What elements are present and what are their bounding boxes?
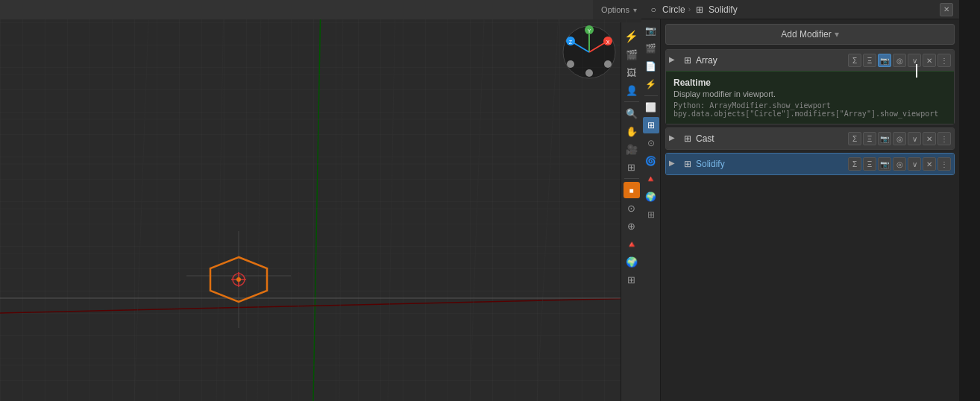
gizmo-svg: Y X Z [559, 22, 619, 82]
svg-text:X: X [606, 40, 610, 45]
svg-point-26 [236, 277, 241, 282]
array-tooltip: Realtime Display modifier in viewport. P… [666, 71, 954, 124]
cast-expand[interactable]: ▶ [669, 133, 679, 144]
array-expand[interactable]: ▶ [669, 55, 679, 66]
viewport-toolbar: ⚡ 🎬 🖼 👤 🔍 ✋ 🎥 ⊞ ■ ⊙ ⊕ 🔺 🌍 ⊞ [621, 22, 641, 401]
array-collapse-btn[interactable]: ∨ [908, 54, 921, 67]
array-icon: ⊞ [682, 54, 694, 66]
solidify-icon: ⊞ [682, 158, 694, 170]
prop-sidebar-render[interactable]: 📷 [643, 22, 659, 39]
viewport-tool-4[interactable]: 👤 [624, 82, 640, 98]
array-render-btn[interactable]: Σ [848, 54, 861, 67]
viewport-tool-14[interactable]: ⊞ [624, 271, 640, 288]
array-close-btn[interactable]: ✕ [923, 54, 936, 67]
cast-close-btn[interactable]: ✕ [923, 132, 936, 145]
modifier-array: ▶ ⊞ Array Σ Ξ 📷 ◎ ∨ ✕ ⋮ [665, 49, 955, 124]
options-button[interactable]: Options [597, 4, 633, 16]
solidify-render-btn[interactable]: Σ [848, 157, 861, 171]
cast-menu-btn[interactable]: ⋮ [937, 132, 951, 145]
prop-sidebar-view[interactable]: 📄 [643, 58, 659, 75]
viewport-tool-3[interactable]: 🖼 [624, 64, 640, 80]
toolbar-divider2 [624, 178, 639, 179]
cast-render-btn[interactable]: Σ [848, 132, 861, 145]
prop-sidebar-data[interactable]: 🌍 [643, 189, 659, 205]
modifier-solidify: ▶ ⊞ Solidify Σ Ξ 📷 ◎ ∨ ✕ ⋮ [665, 153, 955, 175]
solidify-collapse-btn[interactable]: ∨ [908, 157, 921, 171]
solidify-apply-btn[interactable]: ◎ [893, 157, 906, 171]
prop-sidebar-physics[interactable]: 🌀 [643, 153, 659, 169]
breadcrumb: ○ Circle › ⊞ Solidify [647, 4, 935, 16]
prop-sidebar-constraints[interactable]: 🔺 [643, 171, 659, 187]
prop-sidebar-material[interactable]: ⊞ [643, 206, 659, 223]
modifier-solidify-header: ▶ ⊞ Solidify Σ Ξ 📷 ◎ ∨ ✕ ⋮ [666, 154, 954, 174]
array-controls: Σ Ξ 📷 ◎ ∨ ✕ ⋮ [848, 54, 951, 67]
prop-sidebar-output[interactable]: 🎬 [643, 40, 659, 57]
modifier-array-header: ▶ ⊞ Array Σ Ξ 📷 ◎ ∨ ✕ ⋮ [666, 50, 954, 71]
cast-icon: ⊞ [682, 133, 694, 145]
array-menu-btn[interactable]: ⋮ [937, 54, 951, 67]
array-name: Array [696, 55, 846, 66]
viewport[interactable]: Options ▾ Y X Z ⚡ 🎬 🖼 👤 [0, 0, 641, 401]
solidify-expand[interactable]: ▶ [669, 159, 679, 169]
viewport-tool-9[interactable]: ■ [624, 182, 640, 198]
add-modifier-button[interactable]: Add Modifier ▾ [665, 24, 955, 45]
viewport-tool-11[interactable]: ⊕ [624, 218, 640, 234]
properties-main: Add Modifier ▾ ▶ ⊞ Array Σ Ξ 📷 ◎ ∨ [661, 19, 959, 401]
viewport-tool-12[interactable]: 🔺 [624, 236, 640, 252]
cast-apply-btn[interactable]: ◎ [893, 132, 906, 145]
header-right-controls: ✕ [940, 3, 953, 16]
viewport-topbar [0, 0, 641, 19]
modifier-name: Solidify [709, 4, 738, 15]
viewport-tool-5[interactable]: 🔍 [624, 105, 640, 121]
gizmo[interactable]: Y X Z [559, 22, 619, 82]
solidify-controls: Σ Ξ 📷 ◎ ∨ ✕ ⋮ [848, 157, 951, 171]
options-dropdown-icon: ▾ [633, 6, 637, 14]
prop-sidebar-particles[interactable]: ⊙ [643, 135, 659, 151]
add-modifier-arrow: ▾ [835, 29, 839, 40]
solidify-menu-btn[interactable]: ⋮ [937, 157, 951, 171]
svg-text:Y: Y [588, 28, 591, 34]
add-modifier-label: Add Modifier [781, 29, 831, 40]
solidify-realtime-btn[interactable]: 📷 [878, 157, 891, 171]
solidify-close-btn[interactable]: ✕ [923, 157, 936, 171]
cast-name: Cast [696, 133, 846, 144]
object-name: Circle [662, 4, 685, 15]
tooltip-title: Realtime [673, 78, 946, 88]
viewport-tool-13[interactable]: 🌍 [624, 253, 640, 270]
tooltip-desc: Display modifier in viewport. [673, 89, 946, 98]
sidebar-divider [644, 95, 658, 96]
svg-point-38 [604, 60, 612, 68]
viewport-grid [0, 0, 641, 401]
properties-header: ○ Circle › ⊞ Solidify ✕ [641, 0, 959, 19]
svg-text:Z: Z [569, 40, 573, 45]
modifier-cast-header: ▶ ⊞ Cast Σ Ξ 📷 ◎ ∨ ✕ ⋮ [666, 128, 954, 149]
cast-controls: Σ Ξ 📷 ◎ ∨ ✕ ⋮ [848, 132, 951, 145]
object-icon: ○ [647, 4, 659, 16]
viewport-tool-10[interactable]: ⊙ [624, 200, 640, 216]
prop-sidebar-object[interactable]: ⬜ [643, 99, 659, 116]
cast-editmode-btn[interactable]: Ξ [863, 132, 876, 145]
modifier-icon: ⊞ [694, 4, 706, 16]
tooltip-python2: bpy.data.objects["Circle"].modifiers["Ar… [673, 110, 946, 118]
prop-sidebar-modifier[interactable]: ⊞ [643, 117, 659, 133]
array-editmode-btn[interactable]: Ξ [863, 54, 876, 67]
header-close-btn[interactable]: ✕ [940, 3, 953, 16]
viewport-tool-2[interactable]: 🎬 [624, 46, 640, 63]
viewport-tool-6[interactable]: ✋ [624, 123, 640, 139]
toolbar-divider [624, 101, 639, 102]
array-apply-btn[interactable]: ◎ [893, 54, 906, 67]
viewport-tool-1[interactable]: ⚡ [624, 28, 640, 45]
cursor [916, 64, 917, 78]
prop-sidebar-scene[interactable]: ⚡ [643, 76, 659, 92]
properties-sidebar: 📷 🎬 📄 ⚡ ⬜ ⊞ ⊙ 🌀 🔺 🌍 ⊞ [641, 19, 661, 401]
array-realtime-btn[interactable]: 📷 [878, 54, 891, 67]
viewport-tool-7[interactable]: 🎥 [624, 141, 640, 157]
cast-realtime-btn[interactable]: 📷 [878, 132, 891, 145]
properties-content: 📷 🎬 📄 ⚡ ⬜ ⊞ ⊙ 🌀 🔺 🌍 ⊞ Add Modifier ▾ ▶ [641, 19, 959, 401]
svg-rect-1 [0, 0, 641, 401]
solidify-editmode-btn[interactable]: Ξ [863, 157, 876, 171]
viewport-tool-8[interactable]: ⊞ [624, 159, 640, 175]
cast-collapse-btn[interactable]: ∨ [908, 132, 921, 145]
svg-point-37 [585, 69, 593, 77]
solidify-name: Solidify [696, 159, 846, 169]
